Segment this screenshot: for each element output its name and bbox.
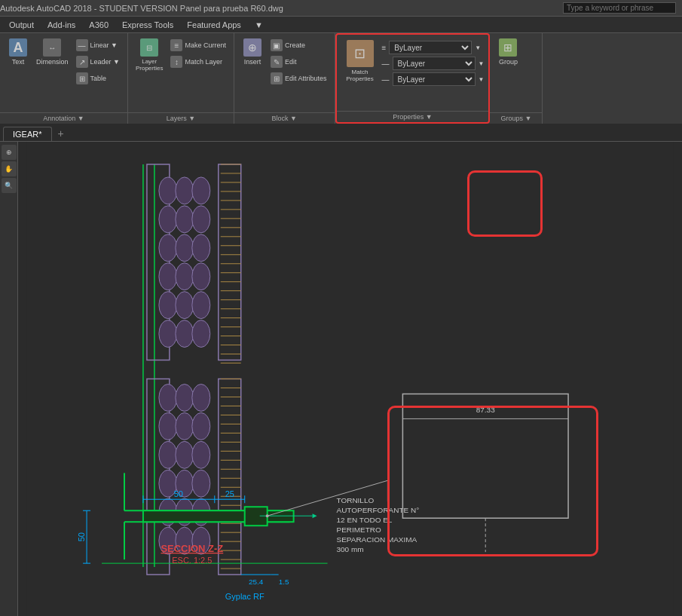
- menu-bar: Output Add-ins A360 Express Tools Featur…: [0, 17, 682, 33]
- svg-point-62: [192, 441, 210, 468]
- make-current-icon: ≡: [170, 39, 182, 51]
- annotation-buttons: A Text ↔ Dimension — Linear ▼ ↗ Leader ▼…: [5, 36, 123, 122]
- svg-point-22: [192, 320, 210, 348]
- svg-point-125: [266, 514, 269, 517]
- svg-text:50: 50: [174, 489, 183, 498]
- bylayer-row-2: — ByLayer ▼: [382, 57, 485, 70]
- insert-button[interactable]: ⊕ Insert: [239, 36, 266, 68]
- edit-button[interactable]: ✎ Edit: [268, 54, 330, 69]
- annotation-group-label: Annotation ▼: [0, 112, 127, 122]
- group-button[interactable]: ⊞ Group: [494, 36, 521, 68]
- edit-attributes-icon: ⊞: [271, 72, 283, 84]
- svg-point-49: [159, 412, 177, 440]
- move-tool[interactable]: ⊕: [2, 145, 17, 160]
- bylayer-row-1: ≡ ByLayer ▼: [382, 41, 485, 54]
- make-current-button[interactable]: ≡ Make Current: [167, 38, 229, 53]
- svg-text:300 mm: 300 mm: [337, 545, 364, 553]
- svg-point-17: [192, 177, 210, 204]
- title-text: Autodesk AutoCAD 2018 - STUDENT VERSION …: [0, 4, 283, 13]
- dimension-label: Dimension: [36, 58, 69, 66]
- menu-expresstools[interactable]: Express Tools: [116, 19, 179, 31]
- ribbon-group-properties: ⊡ MatchProperties ≡ ByLayer ▼ — ByLayer …: [335, 33, 491, 124]
- menu-more[interactable]: ▼: [249, 19, 269, 31]
- bylayer-row-3: — ByLayer ▼: [382, 72, 485, 86]
- ribbon-group-layers: ⊟ LayerProperties ≡ Make Current ↕ Match…: [128, 33, 234, 124]
- tab-add[interactable]: +: [52, 126, 70, 141]
- svg-text:25: 25: [225, 489, 234, 498]
- pan-tool[interactable]: ✋: [2, 161, 17, 176]
- bylayer-icon-1: ≡: [382, 44, 387, 52]
- main-canvas[interactable]: [Wireframe]: [18, 142, 682, 616]
- ribbon-group-groups: ⊞ Group Groups ▼: [490, 33, 543, 124]
- svg-point-9: [159, 292, 177, 319]
- text-label: Text: [12, 58, 25, 66]
- svg-text:ESC. 1:2.5: ESC. 1:2.5: [172, 556, 212, 565]
- svg-point-50: [159, 441, 177, 468]
- leader-button[interactable]: ↗ Leader ▼: [73, 54, 123, 69]
- group-icon: ⊞: [499, 38, 517, 57]
- linear-button[interactable]: — Linear ▼: [73, 38, 123, 53]
- ribbon: A Text ↔ Dimension — Linear ▼ ↗ Leader ▼…: [0, 33, 682, 124]
- svg-point-6: [159, 206, 177, 233]
- dropdown-arrow-1[interactable]: ▼: [475, 44, 481, 51]
- document-tabs: IGEAR* +: [0, 124, 682, 142]
- layer-properties-button[interactable]: ⊟ LayerProperties: [133, 36, 166, 74]
- block-buttons: ⊕ Insert ▣ Create ✎ Edit ⊞ Edit Attribut…: [239, 36, 330, 122]
- edit-attributes-button[interactable]: ⊞ Edit Attributes: [268, 71, 330, 86]
- layers-buttons: ⊟ LayerProperties ≡ Make Current ↕ Match…: [133, 36, 229, 122]
- svg-point-7: [159, 234, 177, 262]
- create-button[interactable]: ▣ Create: [268, 38, 330, 53]
- table-button[interactable]: ⊞ Table: [73, 71, 123, 86]
- match-properties-button[interactable]: ⊡ MatchProperties: [341, 38, 379, 121]
- svg-point-19: [192, 234, 210, 262]
- insert-icon: ⊕: [243, 38, 261, 57]
- canvas-area: ⊕ ✋ 🔍 [Wireframe]: [0, 142, 682, 616]
- match-layer-button[interactable]: ↕ Match Layer: [167, 54, 229, 69]
- layer-properties-icon: ⊟: [140, 38, 158, 57]
- svg-text:AUTOPERFORANTE N°: AUTOPERFORANTE N°: [337, 506, 420, 514]
- svg-text:1.5: 1.5: [279, 578, 289, 586]
- dimension-icon: ↔: [43, 38, 61, 57]
- match-layer-icon: ↕: [170, 56, 182, 68]
- svg-point-20: [192, 263, 210, 290]
- linear-icon: —: [76, 39, 88, 51]
- svg-text:SECCION  Z-Z: SECCION Z-Z: [161, 543, 223, 554]
- dropdown-arrow-2[interactable]: ▼: [479, 60, 485, 67]
- bylayer-select-1[interactable]: ByLayer: [389, 41, 472, 54]
- properties-group-label: Properties ▼: [337, 111, 489, 121]
- title-bar: Autodesk AutoCAD 2018 - STUDENT VERSION …: [0, 0, 682, 17]
- svg-point-5: [159, 177, 177, 204]
- svg-text:87.33: 87.33: [476, 406, 495, 414]
- svg-point-12: [176, 206, 194, 233]
- search-input[interactable]: [563, 2, 676, 14]
- svg-point-10: [159, 320, 177, 348]
- dropdown-arrow-3[interactable]: ▼: [479, 76, 485, 83]
- table-icon: ⊞: [76, 72, 88, 84]
- dimension-button[interactable]: ↔ Dimension: [33, 36, 72, 68]
- svg-text:50: 50: [77, 532, 86, 541]
- tab-igear[interactable]: IGEAR*: [3, 127, 52, 141]
- menu-output[interactable]: Output: [3, 19, 40, 31]
- svg-point-16: [176, 320, 194, 348]
- menu-addins[interactable]: Add-ins: [41, 19, 81, 31]
- svg-point-56: [176, 441, 194, 468]
- svg-point-48: [159, 384, 177, 411]
- match-properties-icon: ⊡: [347, 40, 374, 67]
- svg-point-55: [176, 412, 194, 440]
- svg-point-63: [192, 470, 210, 497]
- svg-text:12 EN TODO EL: 12 EN TODO EL: [337, 516, 393, 524]
- menu-featuredapps[interactable]: Featured Apps: [181, 19, 247, 31]
- zoom-tool[interactable]: 🔍: [2, 178, 17, 193]
- menu-a360[interactable]: A360: [83, 19, 115, 31]
- left-toolbar: ⊕ ✋ 🔍: [0, 142, 18, 616]
- text-button[interactable]: A Text: [5, 36, 32, 68]
- bylayer-select-2[interactable]: ByLayer: [393, 57, 476, 70]
- svg-point-15: [176, 292, 194, 319]
- groups-group-label: Groups ▼: [490, 112, 542, 122]
- cad-drawing: 50 50 25 25.4 1.5 Gyplac RF SECCION Z-Z …: [18, 142, 682, 616]
- svg-point-60: [192, 384, 210, 411]
- groups-buttons: ⊞ Group: [494, 36, 537, 122]
- layers-group-label: Layers ▼: [128, 112, 234, 122]
- bylayer-select-3[interactable]: ByLayer: [393, 72, 476, 86]
- svg-text:SEPARACION MAXIMA: SEPARACION MAXIMA: [337, 535, 417, 544]
